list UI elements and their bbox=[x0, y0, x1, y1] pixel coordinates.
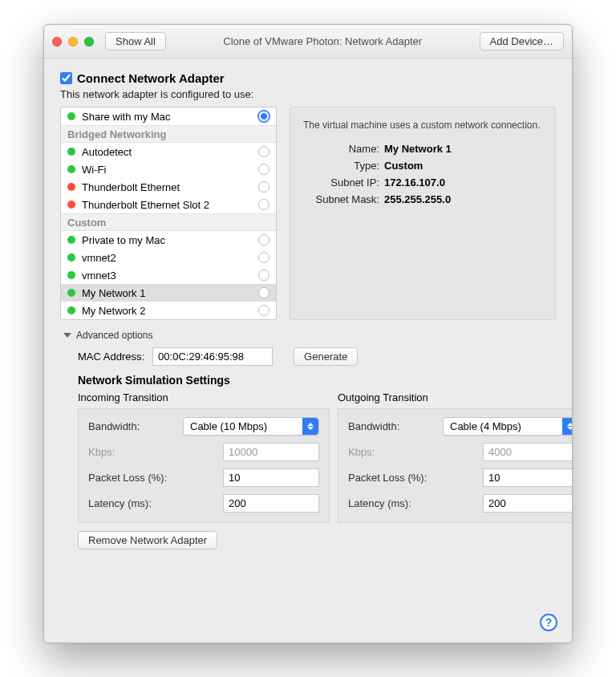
status-dot-icon bbox=[67, 183, 75, 191]
incoming-latency-label: Latency (ms): bbox=[88, 497, 176, 509]
advanced-label: Advanced options bbox=[76, 330, 152, 341]
radio[interactable] bbox=[258, 270, 270, 281]
chevron-down-icon bbox=[63, 333, 71, 338]
info-name-value: My Network 1 bbox=[384, 143, 542, 155]
generate-button[interactable]: Generate bbox=[294, 347, 358, 366]
info-subnet-value: 172.16.107.0 bbox=[384, 176, 542, 189]
window-title: Clone of VMware Photon: Network Adapter bbox=[172, 35, 473, 47]
settings-window: Show All Clone of VMware Photon: Network… bbox=[43, 24, 573, 643]
info-mask-value: 255.255.255.0 bbox=[384, 193, 542, 205]
outgoing-pane: Outgoing Transition Bandwidth: Cable (4 … bbox=[338, 391, 572, 523]
minimize-icon[interactable] bbox=[68, 37, 78, 47]
content: Connect Network Adapter This network ada… bbox=[44, 59, 572, 643]
info-name-label: Name: bbox=[303, 143, 379, 155]
updown-icon bbox=[302, 418, 318, 435]
outgoing-bandwidth-select[interactable]: Cable (4 Mbps) bbox=[443, 417, 572, 436]
status-dot-icon bbox=[67, 306, 75, 314]
network-item-mynetwork1[interactable]: My Network 1 bbox=[61, 284, 276, 302]
network-item-label: Thunderbolt Ethernet Slot 2 bbox=[82, 199, 252, 211]
radio[interactable] bbox=[258, 199, 270, 210]
network-item-autodetect[interactable]: Autodetect bbox=[61, 143, 276, 160]
status-dot-icon bbox=[67, 289, 75, 297]
add-device-button[interactable]: Add Device… bbox=[480, 32, 564, 51]
network-item-vmnet3[interactable]: vmnet3 bbox=[61, 266, 276, 284]
network-item-thunderbolt[interactable]: Thunderbolt Ethernet bbox=[61, 178, 276, 196]
network-item-share[interactable]: Share with my Mac bbox=[61, 107, 276, 125]
info-description: The virtual machine uses a custom networ… bbox=[303, 119, 542, 132]
status-dot-icon bbox=[67, 271, 75, 279]
close-icon[interactable] bbox=[52, 37, 62, 47]
mac-row: MAC Address: Generate bbox=[78, 347, 556, 366]
info-mask-label: Subnet Mask: bbox=[303, 193, 379, 205]
mac-address-input[interactable] bbox=[152, 347, 273, 366]
radio[interactable] bbox=[258, 252, 270, 263]
info-panel: The virtual machine uses a custom networ… bbox=[290, 107, 556, 320]
status-dot-icon bbox=[67, 148, 75, 156]
incoming-pane: Incoming Transition Bandwidth: Cable (10… bbox=[78, 391, 330, 523]
network-item-label: vmnet3 bbox=[82, 270, 252, 282]
updown-icon bbox=[562, 418, 572, 435]
outgoing-loss-label: Packet Loss (%): bbox=[348, 472, 436, 484]
network-item-label: Share with my Mac bbox=[82, 111, 252, 123]
outgoing-kbps-input bbox=[483, 443, 572, 461]
network-item-label: vmnet2 bbox=[82, 252, 252, 264]
incoming-loss-label: Packet Loss (%): bbox=[88, 472, 176, 484]
outgoing-bandwidth-value: Cable (4 Mbps) bbox=[450, 420, 521, 432]
network-item-label: My Network 2 bbox=[82, 305, 252, 317]
network-item-thunderbolt2[interactable]: Thunderbolt Ethernet Slot 2 bbox=[61, 196, 276, 213]
radio[interactable] bbox=[258, 305, 270, 316]
radio[interactable] bbox=[258, 146, 270, 157]
outgoing-latency-input[interactable] bbox=[483, 494, 572, 513]
bridged-section-header: Bridged Networking bbox=[61, 125, 276, 143]
mac-label: MAC Address: bbox=[78, 351, 144, 363]
outgoing-bandwidth-label: Bandwidth: bbox=[348, 420, 436, 432]
incoming-latency-input[interactable] bbox=[223, 494, 319, 513]
network-item-label: Thunderbolt Ethernet bbox=[82, 181, 252, 193]
incoming-bandwidth-label: Bandwidth: bbox=[88, 420, 176, 432]
incoming-kbps-input bbox=[223, 443, 319, 461]
status-dot-icon bbox=[67, 165, 75, 173]
window-controls bbox=[52, 37, 94, 47]
info-subnet-label: Subnet IP: bbox=[303, 176, 379, 189]
custom-section-header: Custom bbox=[61, 213, 276, 231]
show-all-button[interactable]: Show All bbox=[105, 32, 166, 51]
zoom-icon[interactable] bbox=[84, 37, 94, 47]
network-item-private[interactable]: Private to my Mac bbox=[61, 231, 276, 249]
outgoing-loss-input[interactable] bbox=[483, 468, 572, 487]
outgoing-kbps-label: Kbps: bbox=[348, 446, 436, 458]
network-item-label: Autodetect bbox=[82, 146, 252, 158]
incoming-title: Incoming Transition bbox=[78, 391, 330, 403]
network-item-label: My Network 1 bbox=[82, 287, 252, 299]
titlebar: Show All Clone of VMware Photon: Network… bbox=[44, 25, 572, 59]
info-type-value: Custom bbox=[384, 160, 542, 172]
info-type-label: Type: bbox=[303, 160, 379, 172]
network-item-mynetwork2[interactable]: My Network 2 bbox=[61, 302, 276, 319]
advanced-disclosure[interactable]: Advanced options bbox=[63, 330, 556, 341]
connect-label: Connect Network Adapter bbox=[77, 71, 225, 85]
connect-row: Connect Network Adapter bbox=[60, 71, 556, 85]
help-button[interactable]: ? bbox=[540, 614, 557, 631]
sim-header: Network Simulation Settings bbox=[78, 374, 556, 387]
radio[interactable] bbox=[258, 164, 270, 175]
status-dot-icon bbox=[67, 253, 75, 261]
incoming-kbps-label: Kbps: bbox=[88, 446, 176, 458]
status-dot-icon bbox=[67, 236, 75, 244]
incoming-bandwidth-select[interactable]: Cable (10 Mbps) bbox=[183, 417, 319, 436]
outgoing-title: Outgoing Transition bbox=[338, 391, 572, 403]
incoming-loss-input[interactable] bbox=[223, 468, 319, 487]
connect-subtext: This network adapter is configured to us… bbox=[60, 88, 556, 100]
network-item-label: Wi-Fi bbox=[82, 164, 252, 176]
network-item-wifi[interactable]: Wi-Fi bbox=[61, 160, 276, 178]
outgoing-latency-label: Latency (ms): bbox=[348, 497, 436, 509]
connect-checkbox[interactable] bbox=[60, 72, 72, 84]
network-item-label: Private to my Mac bbox=[82, 234, 252, 246]
radio[interactable] bbox=[258, 287, 270, 298]
status-dot-icon bbox=[67, 112, 75, 120]
network-list: Share with my Mac Bridged Networking Aut… bbox=[60, 107, 277, 320]
status-dot-icon bbox=[67, 201, 75, 209]
radio[interactable] bbox=[258, 181, 270, 193]
remove-adapter-button[interactable]: Remove Network Adapter bbox=[78, 531, 217, 549]
radio[interactable] bbox=[258, 234, 270, 245]
network-item-vmnet2[interactable]: vmnet2 bbox=[61, 249, 276, 266]
radio-selected[interactable] bbox=[258, 111, 270, 122]
